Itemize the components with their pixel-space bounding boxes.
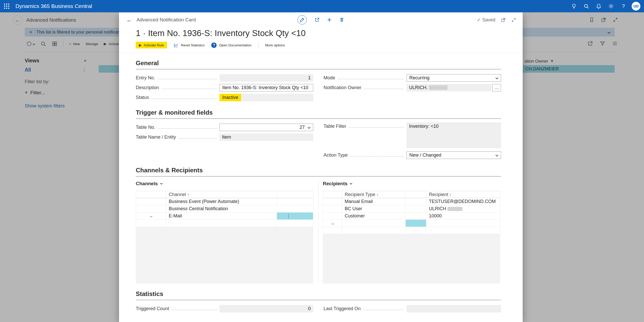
row-menu-icon[interactable]: ⋮ xyxy=(286,213,291,219)
dotted-leader xyxy=(364,89,404,89)
recipient-type-value: BC User xyxy=(345,206,362,211)
user-avatar[interactable]: UD xyxy=(632,2,640,11)
row-selector-cell[interactable] xyxy=(323,227,342,234)
recipient-type-cell[interactable]: BC User xyxy=(342,205,406,213)
row-selector-cell[interactable]: → xyxy=(136,213,166,220)
activate-rule-button[interactable]: ▶ Activate Rule xyxy=(136,42,167,48)
extra-cell[interactable] xyxy=(406,227,426,234)
chevron-down-icon xyxy=(308,126,310,129)
recipient-column-header[interactable]: Recipient ↑ xyxy=(426,191,500,198)
more-options-button[interactable]: More options xyxy=(265,43,285,47)
description-field[interactable]: Item No. 1936-S: Inventory Stock Qty <10 xyxy=(219,84,313,91)
recipient-cell[interactable] xyxy=(426,220,500,227)
extra-cell[interactable] xyxy=(406,213,426,220)
dotted-leader xyxy=(158,128,217,129)
extra-cell[interactable] xyxy=(406,205,426,213)
channel-cell[interactable]: E-Mail xyxy=(166,213,277,220)
new-record-button[interactable]: + xyxy=(327,16,331,23)
action-type-value: New / Changed xyxy=(409,152,441,158)
channel-row[interactable]: Business Central Notification xyxy=(136,205,313,213)
recipient-row-empty[interactable] xyxy=(323,227,500,234)
reset-statistics-button[interactable]: Reset Statistics xyxy=(174,43,205,48)
triggered-count-value: 0 xyxy=(308,306,311,311)
extra-cell[interactable] xyxy=(277,205,313,213)
recipients-subheader[interactable]: Recipients xyxy=(323,179,500,188)
channel-row-empty[interactable] xyxy=(136,220,313,227)
recipient-type-cell[interactable]: Manual Email xyxy=(342,198,406,205)
focused-cell[interactable] xyxy=(406,220,426,227)
focused-cell[interactable]: ⋮ xyxy=(277,213,313,220)
general-right-column: Mode Recurring Notification Owner ULRICH… xyxy=(324,73,501,102)
recipient-type-cell[interactable]: Customer xyxy=(342,213,406,220)
channel-cell[interactable]: Business Central Notification xyxy=(166,205,277,213)
channel-cell[interactable] xyxy=(166,220,277,227)
field-table-name: Table Name / Entity Item xyxy=(136,132,313,142)
dotted-leader xyxy=(162,89,217,89)
field-last-triggered-on: Last Triggered On xyxy=(324,304,501,313)
recipient-cell[interactable] xyxy=(426,227,500,234)
open-documentation-label: Open Documentation xyxy=(219,43,251,47)
recipient-row[interactable]: Manual Email TESTUSER@DEDOMIND.COM xyxy=(323,198,500,205)
extra-cell[interactable] xyxy=(277,220,313,227)
table-name-field: Item xyxy=(219,133,313,141)
search-button[interactable] xyxy=(580,0,592,12)
share-button[interactable] xyxy=(314,17,319,22)
expand-button[interactable] xyxy=(511,17,516,23)
open-in-new-window-button[interactable] xyxy=(501,17,506,23)
settings-button[interactable] xyxy=(605,0,617,12)
mode-dropdown[interactable]: Recurring xyxy=(406,74,501,82)
table-filter-field[interactable]: Inventory: <10 xyxy=(406,122,501,148)
recipient-row[interactable]: Customer 10000 xyxy=(323,213,500,220)
edit-toggle-button[interactable] xyxy=(297,15,307,24)
channel-column-header[interactable]: Channel ↑ xyxy=(166,191,277,198)
section-general-title: General xyxy=(136,60,501,69)
recipient-type-column-header[interactable]: Recipient Type ↑ xyxy=(342,191,406,198)
channel-row-selected[interactable]: → E-Mail ⋮ xyxy=(136,213,313,220)
description-value: Item No. 1936-S: Inventory Stock Qty <10 xyxy=(222,85,308,90)
table-no-label: Table No. xyxy=(136,125,155,130)
delete-button[interactable] xyxy=(339,17,344,22)
row-selector-cell[interactable]: → xyxy=(323,220,342,227)
recipient-cell[interactable]: TESTUSER@DEDOMIND.COM xyxy=(426,198,500,205)
trash-icon xyxy=(339,17,344,22)
recipient-cell[interactable]: ULRICH xyxy=(426,205,500,213)
row-selector-cell[interactable] xyxy=(136,198,166,205)
last-triggered-on-field xyxy=(406,305,501,312)
tell-me-lightbulb-button[interactable] xyxy=(568,0,580,12)
card-back-button[interactable]: ← xyxy=(125,16,133,23)
row-selector-cell[interactable] xyxy=(323,213,342,220)
row-selector-cell[interactable] xyxy=(323,205,342,213)
general-left-column: Entry No. 1 Description Item No. 1936-S:… xyxy=(136,73,313,102)
row-selector-cell[interactable] xyxy=(136,205,166,213)
channel-row[interactable]: Business Event (Power Automate) xyxy=(136,198,313,205)
search-icon xyxy=(583,3,589,9)
extra-cell[interactable] xyxy=(277,198,313,205)
save-status: ✓ Saved xyxy=(477,17,495,23)
trigger-left-column: Table No. 27 Table Name / Entity Item xyxy=(136,122,313,160)
triggered-count-field: 0 xyxy=(219,305,313,312)
row-selector-cell[interactable] xyxy=(136,220,166,227)
table-no-dropdown[interactable]: 27 xyxy=(219,124,313,131)
row-selector-cell[interactable] xyxy=(323,198,342,205)
open-documentation-button[interactable]: ? Open Documentation xyxy=(211,43,251,48)
notification-owner-assist-button[interactable]: … xyxy=(492,84,501,91)
recipient-type-cell[interactable] xyxy=(342,220,406,227)
help-button[interactable]: ? xyxy=(617,0,630,12)
action-type-dropdown[interactable]: New / Changed xyxy=(406,151,501,159)
recipient-type-cell[interactable] xyxy=(342,227,406,234)
app-title[interactable]: Dynamics 365 Business Central xyxy=(15,3,92,9)
recipient-row[interactable]: BC User ULRICH xyxy=(323,205,500,213)
notifications-button[interactable] xyxy=(592,0,605,12)
channels-subheader[interactable]: Channels xyxy=(136,179,313,188)
extra-cell[interactable] xyxy=(406,198,426,205)
channel-cell[interactable]: Business Event (Power Automate) xyxy=(166,198,277,205)
recipient-row-new[interactable]: → xyxy=(323,220,500,227)
entry-no-value: 1 xyxy=(308,75,311,81)
notification-owner-control: ULRICH. … xyxy=(406,84,501,91)
extra-column-header xyxy=(277,191,313,198)
recipient-cell[interactable]: 10000 xyxy=(426,213,500,220)
field-description: Description Item No. 1936-S: Inventory S… xyxy=(136,83,313,92)
dotted-leader xyxy=(172,310,217,310)
app-launcher-button[interactable] xyxy=(0,0,13,12)
dotted-leader xyxy=(338,79,404,79)
